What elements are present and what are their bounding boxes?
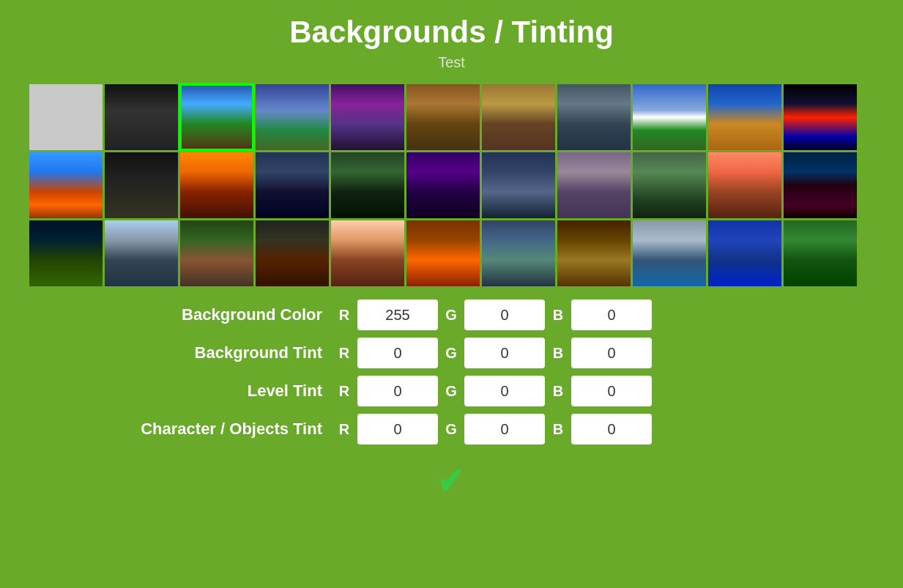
- thumbnail-3[interactable]: [256, 84, 329, 150]
- thumbnail-9[interactable]: [708, 84, 781, 150]
- thumbnail-grid: [29, 84, 874, 286]
- level-tint-rgb: R G B: [337, 376, 652, 406]
- level-tint-r[interactable]: [357, 376, 438, 406]
- g-letter: G: [444, 307, 458, 324]
- b-letter-lt: B: [551, 383, 565, 400]
- objects-tint-b[interactable]: [571, 414, 652, 444]
- thumbnail-2[interactable]: [180, 84, 253, 150]
- background-color-rgb: R G B: [337, 299, 652, 330]
- thumbnail-5[interactable]: [406, 84, 480, 150]
- thumbnail-8[interactable]: [633, 84, 706, 150]
- thumbnail-17[interactable]: [482, 152, 555, 218]
- background-color-r[interactable]: [357, 299, 438, 330]
- b-letter-bt: B: [551, 345, 565, 362]
- thumbnail-27[interactable]: [406, 220, 480, 286]
- thumbnail-32[interactable]: [784, 220, 857, 286]
- page-subtitle: Test: [29, 54, 874, 71]
- thumbnail-11[interactable]: [29, 152, 103, 218]
- b-letter: B: [551, 307, 565, 324]
- thumbnail-22[interactable]: [29, 220, 103, 286]
- b-letter-ot: B: [551, 421, 565, 438]
- thumbnail-6[interactable]: [482, 84, 555, 150]
- thumbnail-31[interactable]: [708, 220, 781, 286]
- background-color-b[interactable]: [571, 299, 652, 330]
- background-tint-b[interactable]: [571, 338, 652, 368]
- level-tint-g[interactable]: [464, 376, 545, 406]
- background-tint-r[interactable]: [357, 338, 438, 368]
- objects-tint-rgb: R G B: [337, 414, 652, 444]
- thumbnail-0[interactable]: [29, 84, 103, 150]
- thumbnail-28[interactable]: [482, 220, 555, 286]
- background-color-g[interactable]: [464, 299, 545, 330]
- controls-section: Background Color R G B Background Tint R…: [29, 299, 874, 444]
- checkmark-area[interactable]: ✔: [29, 458, 874, 504]
- page-container: Backgrounds / Tinting Test Background Co…: [0, 0, 903, 526]
- r-letter-bt: R: [337, 345, 352, 362]
- objects-tint-g[interactable]: [464, 414, 545, 444]
- thumbnail-13[interactable]: [180, 152, 253, 218]
- objects-tint-label: Character / Objects Tint: [88, 420, 337, 439]
- thumbnail-26[interactable]: [331, 220, 404, 286]
- thumbnail-14[interactable]: [256, 152, 329, 218]
- r-letter: R: [337, 307, 352, 324]
- g-letter-bt: G: [444, 345, 458, 362]
- thumbnail-4[interactable]: [331, 84, 404, 150]
- background-tint-g[interactable]: [464, 338, 545, 368]
- thumbnail-7[interactable]: [557, 84, 631, 150]
- thumbnail-20[interactable]: [708, 152, 781, 218]
- r-letter-lt: R: [337, 383, 352, 400]
- objects-tint-r[interactable]: [357, 414, 438, 444]
- background-tint-rgb: R G B: [337, 338, 652, 368]
- level-tint-label: Level Tint: [88, 382, 337, 401]
- background-tint-label: Background Tint: [88, 343, 337, 362]
- background-color-row: Background Color R G B: [88, 299, 815, 330]
- g-letter-lt: G: [444, 383, 458, 400]
- thumbnail-21[interactable]: [784, 152, 857, 218]
- r-letter-ot: R: [337, 421, 352, 438]
- background-tint-row: Background Tint R G B: [88, 338, 815, 368]
- level-tint-row: Level Tint R G B: [88, 376, 815, 406]
- thumbnail-29[interactable]: [557, 220, 631, 286]
- objects-tint-row: Character / Objects Tint R G B: [88, 414, 815, 444]
- checkmark-icon[interactable]: ✔: [437, 458, 465, 504]
- page-title: Backgrounds / Tinting: [29, 15, 874, 50]
- thumbnail-30[interactable]: [633, 220, 706, 286]
- thumbnail-23[interactable]: [105, 220, 178, 286]
- thumbnail-24[interactable]: [180, 220, 253, 286]
- thumbnail-19[interactable]: [633, 152, 706, 218]
- g-letter-ot: G: [444, 421, 458, 438]
- background-color-label: Background Color: [88, 305, 337, 324]
- thumbnail-15[interactable]: [331, 152, 404, 218]
- thumbnail-25[interactable]: [256, 220, 329, 286]
- thumbnail-12[interactable]: [105, 152, 178, 218]
- thumbnail-1[interactable]: [105, 84, 178, 150]
- level-tint-b[interactable]: [571, 376, 652, 406]
- thumbnail-10[interactable]: [784, 84, 857, 150]
- thumbnail-16[interactable]: [406, 152, 480, 218]
- thumbnail-18[interactable]: [557, 152, 631, 218]
